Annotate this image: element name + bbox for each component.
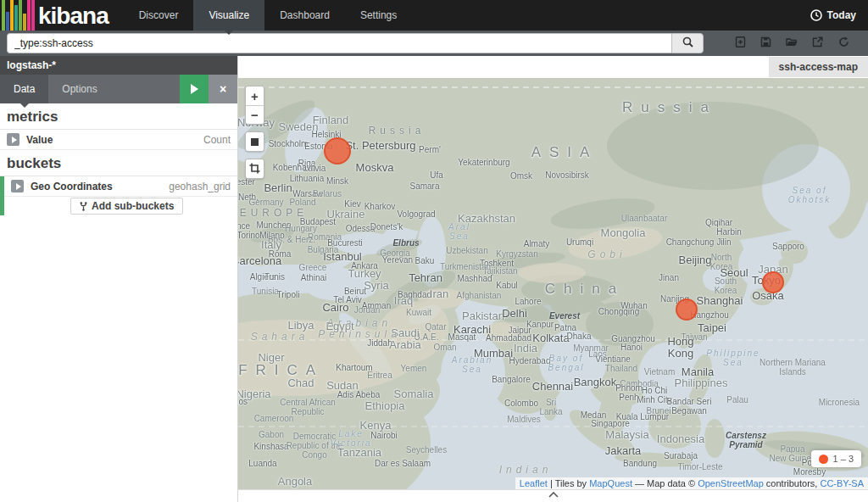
open-visualization-button[interactable] (781, 33, 803, 53)
clock-icon (810, 9, 822, 21)
expand-toggle-icon[interactable] (7, 133, 19, 146)
new-visualization-button[interactable] (729, 33, 751, 53)
metric-row-value[interactable]: Value Count (0, 130, 237, 150)
discard-changes-button[interactable]: × (209, 75, 237, 103)
geo-point[interactable] (762, 271, 784, 293)
bucket-agg-type: geohash_grid (169, 181, 231, 192)
attribution-text: — Map data © (632, 478, 698, 488)
sidebar-tabs: Data Options × (0, 75, 237, 103)
nav-tab-visualize[interactable]: Visualize (193, 0, 264, 31)
attribution-text: | Tiles by (548, 478, 589, 488)
share-visualization-button[interactable] (807, 33, 829, 53)
zoom-out-button[interactable]: − (246, 105, 264, 124)
draw-rectangle-button[interactable] (246, 159, 264, 178)
kibana-logo-bars-icon (2, 0, 36, 31)
zoom-in-button[interactable]: + (246, 86, 264, 105)
spy-panel-toggle[interactable] (238, 489, 868, 502)
nav-tab-dashboard[interactable]: Dashboard (264, 0, 345, 31)
active-nav-caret (224, 30, 234, 35)
legend-range: 1 – 3 (833, 454, 854, 464)
fit-data-bounds-button[interactable] (246, 132, 264, 151)
kibana-app: kibana DiscoverVisualizeDashboardSetting… (0, 0, 868, 502)
save-visualization-icon (760, 36, 771, 51)
apply-changes-button[interactable] (180, 75, 209, 103)
geo-point[interactable] (324, 137, 351, 165)
bucket-row-geo[interactable]: Geo Coordinates geohash_grid (0, 176, 237, 197)
fork-icon (80, 202, 87, 211)
nav-tab-settings[interactable]: Settings (345, 0, 412, 31)
kibana-logo[interactable]: kibana (0, 0, 108, 31)
legend-dot-icon (819, 455, 828, 464)
new-visualization-icon (735, 36, 746, 51)
viz-toolbar (722, 33, 861, 53)
map-points (238, 78, 868, 489)
visualization-panel: ssh-access-map (238, 56, 868, 502)
top-navbar: kibana DiscoverVisualizeDashboardSetting… (0, 0, 868, 31)
attribution-link[interactable]: Leaflet (520, 478, 548, 488)
save-visualization-button[interactable] (755, 33, 777, 53)
map-attribution: Leaflet | Tiles by MapQuest — Map data ©… (515, 477, 868, 489)
play-icon (191, 84, 198, 94)
geo-point[interactable] (676, 298, 698, 321)
tab-data[interactable]: Data (0, 75, 48, 103)
active-tab-caret (19, 103, 30, 108)
search-input[interactable] (7, 33, 671, 53)
metric-agg-type: Count (203, 134, 231, 146)
expand-toggle-icon[interactable] (11, 180, 24, 192)
chevron-up-icon (548, 491, 559, 499)
open-folder-icon (786, 36, 798, 51)
metrics-heading: metrics (0, 103, 237, 130)
refresh-icon (838, 36, 849, 51)
attribution-link[interactable]: OpenStreetMap (698, 478, 764, 488)
search-button[interactable] (671, 33, 704, 53)
search-bar (0, 31, 868, 56)
draw-rectangle-icon (249, 162, 260, 176)
map-controls: + − (245, 86, 264, 186)
refresh-button[interactable] (832, 33, 854, 53)
share-export-icon (812, 36, 823, 51)
timepicker[interactable]: Today (810, 0, 868, 31)
index-pattern-label: logstash-* (0, 56, 237, 75)
close-icon: × (220, 82, 226, 96)
map-legend: 1 – 3 (811, 450, 861, 467)
kibana-logo-text: kibana (38, 2, 108, 31)
bucket-group: Geo Coordinates geohash_grid Add sub-buc… (0, 176, 237, 215)
attribution-link[interactable]: CC-BY-SA (820, 478, 864, 488)
nav-tabs: DiscoverVisualizeDashboardSettings (124, 0, 413, 31)
add-sub-buckets-button[interactable]: Add sub-buckets (70, 198, 183, 215)
attribution-link[interactable]: MapQuest (589, 478, 632, 488)
search-icon (682, 36, 693, 51)
visualize-sidebar: logstash-* Data Options × metrics (0, 56, 238, 502)
attribution-text: contributors, (764, 478, 821, 488)
fit-bounds-icon (251, 138, 259, 146)
tile-map[interactable]: NorwaySwedenFinlandHelsinkiStockholmSt. … (238, 78, 868, 489)
metric-label: Value (26, 134, 53, 146)
bucket-label: Geo Coordinates (31, 181, 113, 192)
tab-options[interactable]: Options (48, 75, 110, 103)
time-label: Today (827, 9, 856, 21)
visualization-title: ssh-access-map (769, 57, 868, 77)
nav-tab-discover[interactable]: Discover (124, 0, 194, 31)
buckets-heading: buckets (0, 150, 237, 176)
